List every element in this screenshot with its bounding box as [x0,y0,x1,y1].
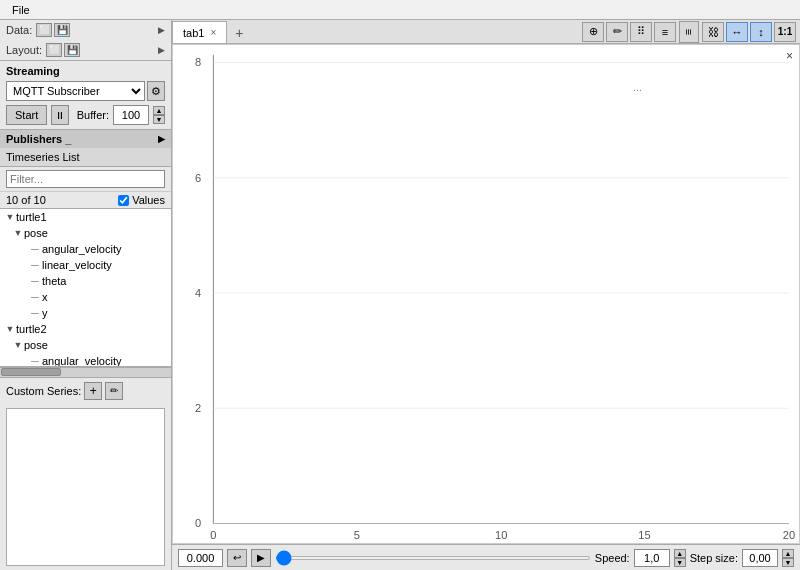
custom-edit-btn[interactable]: ✏ [105,382,123,400]
svg-text:2: 2 [195,402,201,414]
custom-series-row: Custom Series: + ✏ [0,377,171,404]
speed-spin-down[interactable]: ▼ [674,558,686,567]
rewind-btn[interactable]: ↩ [227,549,247,567]
step-spin-up[interactable]: ▲ [782,549,794,558]
tree-label-turtle1: turtle1 [16,211,47,223]
data-label: Data: [6,24,32,36]
toolbar-link-btn[interactable]: ⛓ [702,22,724,42]
svg-text:0: 0 [195,518,201,530]
data-row: Data: ⬜ 💾 ▶ [0,20,171,40]
svg-text:6: 6 [195,172,201,184]
tree-label-turtle1-linear: linear_velocity [42,259,112,271]
publishers-label: Publishers _ [6,133,71,145]
layout-save-btn[interactable]: 💾 [64,43,80,57]
tree-expand-turtle2-pose[interactable]: ▼ [12,340,24,350]
filter-input[interactable] [6,170,165,188]
layout-arrow: ▶ [158,45,165,55]
speed-label: Speed: [595,552,630,564]
mqtt-settings-btn[interactable]: ⚙ [147,81,165,101]
tab1-close[interactable]: × [210,27,216,38]
start-button[interactable]: Start [6,105,47,125]
tree-item-turtle1-pose[interactable]: ▼ pose [8,225,171,241]
play-btn[interactable]: ▶ [251,549,271,567]
tree-label-turtle2-angular: angular_velocity [42,355,122,367]
layout-open-btn[interactable]: ⬜ [46,43,62,57]
timeseries-label: Timeseries List [0,148,171,167]
data-arrow: ▶ [158,25,165,35]
tree-item-turtle1-theta[interactable]: ─ theta [8,273,171,289]
tree-item-turtle2[interactable]: ▼ turtle2 [0,321,171,337]
tree-label-turtle1-angular: angular_velocity [42,243,122,255]
toolbar-crosshair-btn[interactable]: ⊕ [582,22,604,42]
streaming-section: Streaming MQTT Subscriber ⚙ Start ⏸ Buff… [0,61,171,130]
tree-line-3: ─ [28,275,42,287]
publishers-header[interactable]: Publishers _ ▶ [0,130,171,148]
tree-item-turtle1-linear[interactable]: ─ linear_velocity [8,257,171,273]
tab1-label: tab1 [183,27,204,39]
chart-svg: 0 2 4 6 8 0 5 10 [173,45,799,543]
start-row: Start ⏸ Buffer: ▲ ▼ [6,105,165,125]
custom-series-text [6,408,165,567]
chart-area: × ... 0 2 4 6 [172,44,800,544]
streaming-label: Streaming [6,65,165,77]
tree-scrollbar-h[interactable] [0,367,171,377]
layout-row: Layout: ⬜ 💾 ▶ [0,40,171,60]
menu-bar: File [0,0,800,20]
toolbar-1to1-btn[interactable]: 1:1 [774,22,796,42]
main-layout: Data: ⬜ 💾 ▶ Layout: ⬜ 💾 ▶ Streaming MQTT… [0,20,800,570]
svg-text:4: 4 [195,287,201,299]
data-save-btn[interactable]: 💾 [54,23,70,37]
speed-spin-up[interactable]: ▲ [674,549,686,558]
tree-expand-turtle1[interactable]: ▼ [4,212,16,222]
toolbar-grid-h-btn[interactable]: ≡ [654,22,676,42]
toolbar-zoom-y-btn[interactable]: ↕ [750,22,772,42]
tree-item-turtle2-angular[interactable]: ─ angular_velocity [8,353,171,367]
values-checkbox[interactable] [118,195,129,206]
tree-item-turtle1[interactable]: ▼ turtle1 [0,209,171,225]
svg-text:0: 0 [210,529,216,541]
toolbar-zoom-x-btn[interactable]: ↔ [726,22,748,42]
toolbar-scatter-btn[interactable]: ⠿ [630,22,652,42]
buffer-spin-down[interactable]: ▼ [153,115,165,124]
filter-row [0,167,171,192]
chart-toolbar: ⊕ ✏ ⠿ ≡ ≡ ⛓ ↔ ↕ 1:1 [582,22,800,42]
add-tab-btn[interactable]: + [229,23,249,43]
mqtt-subscriber-select[interactable]: MQTT Subscriber [6,81,145,101]
pause-button[interactable]: ⏸ [51,105,69,125]
toolbar-pencil-btn[interactable]: ✏ [606,22,628,42]
tree-expand-turtle2[interactable]: ▼ [4,324,16,334]
count-label: 10 of 10 [6,194,46,206]
speed-input[interactable] [634,549,670,567]
tab-bar: tab1 × + ⊕ ✏ ⠿ ≡ ≡ ⛓ ↔ [172,20,800,44]
tree-expand-turtle1-pose[interactable]: ▼ [12,228,24,238]
toolbar-grid-v-btn[interactable]: ≡ [679,21,699,43]
tree-label-turtle1-theta: theta [42,275,66,287]
time-display: 0.000 [178,549,223,567]
custom-add-btn[interactable]: + [84,382,102,400]
layout-label: Layout: [6,44,42,56]
tree-item-turtle1-angular[interactable]: ─ angular_velocity [8,241,171,257]
tabs-left: tab1 × + [172,20,249,43]
buffer-spin-up[interactable]: ▲ [153,106,165,115]
tree-item-turtle1-y[interactable]: ─ y [8,305,171,321]
tree-node-turtle2: ▼ turtle2 ▼ pose ─ angular_velocity ─ li… [0,321,171,367]
menu-file[interactable]: File [6,2,36,18]
data-section: Data: ⬜ 💾 ▶ Layout: ⬜ 💾 ▶ [0,20,171,61]
tree-container[interactable]: ▼ turtle1 ▼ pose ─ angular_velocity ─ li… [0,209,171,367]
tree-label-turtle1-y: y [42,307,48,319]
publishers-arrow: ▶ [158,134,165,144]
left-panel: Data: ⬜ 💾 ▶ Layout: ⬜ 💾 ▶ Streaming MQTT… [0,20,172,570]
data-open-btn[interactable]: ⬜ [36,23,52,37]
tree-item-turtle2-pose[interactable]: ▼ pose [8,337,171,353]
scrollbar-thumb[interactable] [1,368,61,376]
step-spin-down[interactable]: ▼ [782,558,794,567]
progress-slider[interactable] [275,556,591,560]
buffer-input[interactable] [113,105,149,125]
step-input[interactable] [742,549,778,567]
tree-node-turtle2-pose: ▼ pose ─ angular_velocity ─ linear_veloc… [0,337,171,367]
tree-line-6: ─ [28,355,42,367]
step-spinner: ▲ ▼ [782,549,794,567]
tab-tab1[interactable]: tab1 × [172,21,227,43]
tree-item-turtle1-x[interactable]: ─ x [8,289,171,305]
tree-line-1: ─ [28,243,42,255]
